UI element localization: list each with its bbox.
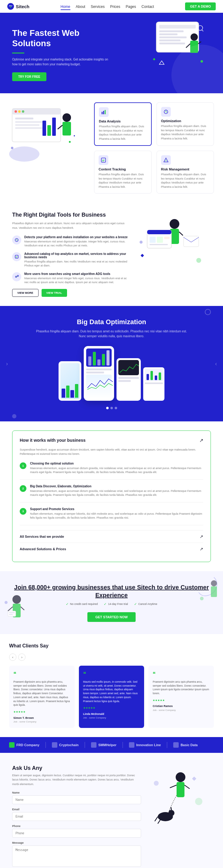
svg-rect-54 [150,237,156,243]
digital-item-text-1: Advanced catalog of top analytics on mar… [24,252,129,268]
svg-rect-15 [153,58,155,60]
join-badge-2: ✓ Cancel Anytime [134,602,157,606]
join-badge-0: ✓ No credit card required [66,602,98,606]
svg-point-35 [11,147,13,149]
testimonial-1: ❝ Mauris sed mollis ipsum, in commodo ve… [79,666,144,728]
phone-3 [116,358,141,401]
brand-icon-2 [91,742,97,748]
how-link-row-0[interactable]: All Services that we provide ↗ [20,530,203,542]
optimization-icon [161,107,171,117]
contact-section: Ask Us Any Etiam ut semper augue, dignis… [0,753,223,868]
testimonial-name-1: Linda McDonald [83,712,140,716]
label-name: Name [12,791,141,794]
testimonial-text-1: Mauris sed mollis ipsum, in commodo veli… [83,680,140,703]
feature-desc-2: Phasellus fringilla aliquam diam. Duis l… [99,173,147,189]
how-arrow-icon[interactable]: ↗ [199,437,203,443]
testimonial-role-0: Job - some Company [13,720,70,724]
digital-buttons: VIEW MORE VIEW TRIAL [12,289,129,297]
svg-rect-27 [63,122,71,135]
how-link-row-1[interactable]: Advanced Solutions & Prices ↗ [20,542,203,555]
logo-icon [7,3,14,10]
contact-title: Ask Us Any [12,765,141,771]
svg-point-0 [10,6,11,8]
testimonial-role-1: Job - some Company [83,716,140,720]
feature-desc-1: Phasellus fringilla aliquam diam. Duis l… [161,124,210,141]
join-badge-1: ✓ 14-day Free trial [104,602,128,606]
left-arrow[interactable]: › [6,360,8,367]
hero-underline [12,53,24,54]
svg-marker-14 [159,61,164,64]
svg-rect-58 [184,236,199,247]
features-section: Data Analysis Phasellus fringilla aliqua… [0,93,223,203]
logo[interactable]: Sitech [7,3,29,10]
deco-dot [12,414,16,418]
nav-contact[interactable]: Contact [141,5,154,9]
data-analysis-icon [99,107,109,117]
svg-line-79 [155,817,158,821]
nav-cta-button[interactable]: GET A DEMO [185,2,216,10]
svg-point-48 [170,219,179,229]
svg-rect-67 [9,612,14,613]
testimonial-text-0: Praesent dignissim arcu quis pharetra ar… [13,680,70,707]
svg-point-60 [196,258,201,263]
svg-rect-37 [103,111,104,114]
bigdata-section: › ‹ Big Data Optimization Phasellus frin… [0,306,223,422]
svg-rect-30 [47,125,51,136]
phone-4 [143,367,164,401]
join-badges: ✓ No credit card required ✓ 14-day Free … [12,602,211,606]
input-email[interactable] [12,812,141,821]
hero-title: The Fastest Web Solutions [12,28,109,48]
right-arrow[interactable]: ‹ [215,360,217,367]
navbar: Sitech Home About Services Prices Pages … [0,0,223,13]
textarea-message[interactable] [12,845,141,867]
svg-rect-83 [192,777,196,781]
nav-prices[interactable]: Prices [110,5,120,9]
input-phone[interactable] [12,829,141,838]
nav-services[interactable]: Services [91,5,105,9]
svg-rect-61 [141,254,144,257]
svg-rect-29 [42,121,46,136]
how-header: How it works with your business ↗ [20,437,203,443]
dot-2[interactable] [115,407,117,409]
hero-section: The Fastest Web Solutions Optimise and i… [0,13,223,93]
stars-0: ★★★★★ [13,710,70,714]
join-cta-button[interactable]: GET STARTED NOW [87,612,136,622]
how-item-content-2: Support and Promote Services Nullam elem… [30,507,203,520]
input-name[interactable] [12,796,141,804]
svg-rect-31 [52,118,56,136]
testimonials-prev[interactable]: ‹ [9,653,16,661]
bigdata-description: Phasellus fringilla aliquam diam. Duis l… [36,329,187,339]
stars-2: ★★★★★ [153,699,210,703]
join-illustration-left [3,593,30,631]
digital-item-desc-2: Maecenas elementum nisl amet integer fel… [24,276,129,285]
how-num-0: 1 [20,462,26,469]
testimonials-next[interactable]: › [18,653,26,661]
svg-rect-6 [159,39,181,41]
svg-rect-68 [9,614,13,615]
view-more-button[interactable]: VIEW MORE [12,289,39,297]
svg-point-73 [176,772,185,782]
how-item-desc-2: Nullam elementum, magna at semper lobort… [30,512,203,520]
dot-0[interactable] [106,407,109,409]
hero-cta-button[interactable]: TRY FOR FREE [12,72,46,81]
svg-line-80 [158,819,161,824]
brand-divider-1 [85,742,85,748]
how-description: Suspendisse hendrerit, augue accumsan di… [20,447,203,456]
brands-section: FRD Company Cryptochain SMMHelper Innova… [0,737,223,753]
dot-1[interactable] [110,407,113,409]
label-phone: Phone [12,825,141,828]
phone-2-large [84,346,114,401]
feature-desc-3: Phasellus fringilla aliquam diam. Duis l… [161,173,210,189]
how-link-arrow-0: ↗ [200,534,203,539]
nav-home[interactable]: Home [61,5,70,10]
nav-pages[interactable]: Pages [125,5,136,9]
nav-about[interactable]: About [76,5,85,9]
view-trial-button[interactable]: VIEW TRIAL [42,289,67,297]
hero-content: The Fastest Web Solutions Optimise and i… [12,28,109,81]
svg-rect-55 [157,237,163,243]
svg-point-82 [195,798,202,805]
svg-rect-24 [15,124,39,126]
features-grid: Data Analysis Phasellus fringilla aliqua… [94,102,214,193]
digital-item-0: Detects your platform and makes installa… [12,236,129,248]
svg-rect-5 [159,36,187,38]
